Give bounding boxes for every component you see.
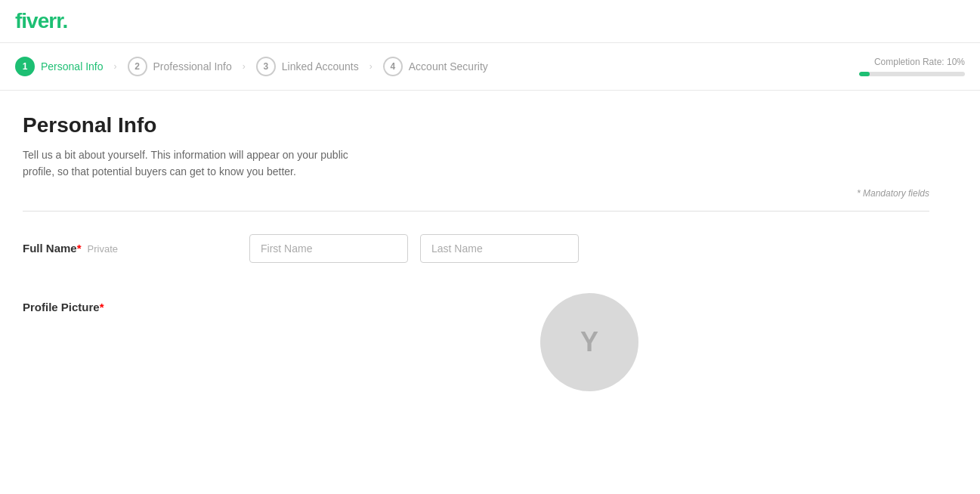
step-3-label: Linked Accounts xyxy=(282,60,359,73)
last-name-input[interactable] xyxy=(420,234,579,263)
full-name-required-marker: * xyxy=(77,242,82,255)
section-divider xyxy=(23,211,929,211)
completion-bar-track xyxy=(859,72,965,76)
avatar[interactable]: Y xyxy=(540,293,638,391)
completion-rate-label: Completion Rate: 10% xyxy=(859,57,965,67)
profile-picture-label: Profile Picture* xyxy=(23,301,104,313)
step-4-label: Account Security xyxy=(409,60,488,73)
step-1-circle: 1 xyxy=(15,57,35,76)
page-description: Tell us a bit about yourself. This infor… xyxy=(23,147,355,181)
profile-picture-required-marker: * xyxy=(100,301,104,313)
full-name-label: Full Name*Private xyxy=(23,242,118,255)
full-name-fields xyxy=(249,234,929,263)
step-3-linked-accounts[interactable]: 3 Linked Accounts xyxy=(256,57,359,76)
page-title: Personal Info xyxy=(23,113,929,137)
step-2-professional-info[interactable]: 2 Professional Info xyxy=(128,57,232,76)
completion-rate-container: Completion Rate: 10% xyxy=(859,57,965,76)
step-2-label: Professional Info xyxy=(153,60,232,73)
logo-text: fiverr xyxy=(15,9,63,32)
step-1-label: Personal Info xyxy=(41,60,104,73)
first-name-input[interactable] xyxy=(249,234,408,263)
step-1-personal-info[interactable]: 1 Personal Info xyxy=(15,57,104,76)
full-name-label-col: Full Name*Private xyxy=(23,234,249,255)
profile-picture-label-col: Profile Picture* xyxy=(23,293,249,313)
header: fiverr. xyxy=(0,0,980,43)
full-name-private-label: Private xyxy=(88,243,118,255)
avatar-initial: Y xyxy=(580,326,598,358)
steps-navigation: 1 Personal Info › 2 Professional Info › … xyxy=(0,43,980,91)
completion-bar-fill xyxy=(859,72,870,76)
step-4-account-security[interactable]: 4 Account Security xyxy=(383,57,488,76)
chevron-3-icon: › xyxy=(369,61,373,72)
logo-dot: . xyxy=(63,9,68,32)
main-content: Personal Info Tell us a bit about yourse… xyxy=(0,91,952,444)
profile-picture-col: Y xyxy=(249,293,929,391)
chevron-2-icon: › xyxy=(243,61,246,72)
logo[interactable]: fiverr. xyxy=(15,9,67,33)
chevron-1-icon: › xyxy=(114,61,117,72)
mandatory-note: * Mandatory fields xyxy=(23,188,929,199)
profile-picture-row: Profile Picture* Y xyxy=(23,293,929,391)
step-2-circle: 2 xyxy=(128,57,147,76)
full-name-row: Full Name*Private xyxy=(23,234,929,263)
step-3-circle: 3 xyxy=(256,57,276,76)
step-4-circle: 4 xyxy=(383,57,403,76)
